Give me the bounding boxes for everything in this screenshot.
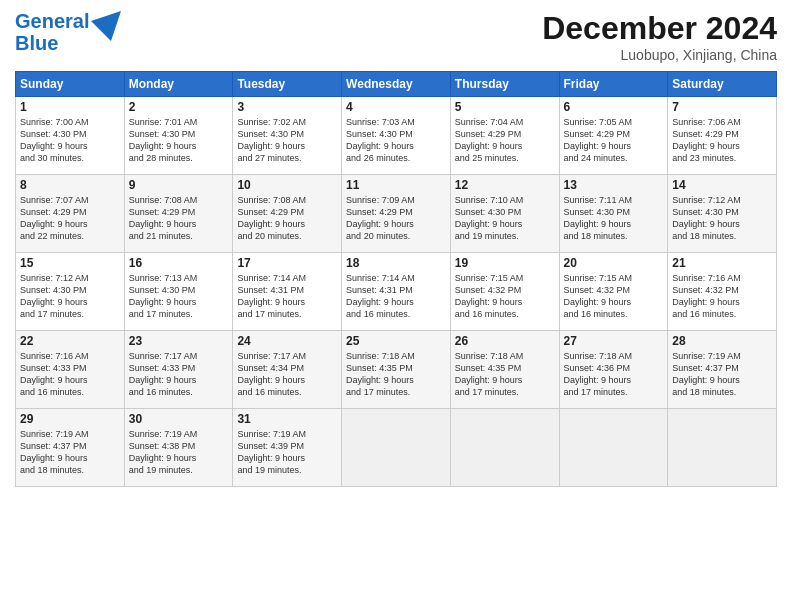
day-number: 28	[672, 334, 772, 348]
calendar-cell: 25Sunrise: 7:18 AM Sunset: 4:35 PM Dayli…	[342, 331, 451, 409]
day-number: 12	[455, 178, 555, 192]
calendar-cell: 15Sunrise: 7:12 AM Sunset: 4:30 PM Dayli…	[16, 253, 125, 331]
calendar-cell: 30Sunrise: 7:19 AM Sunset: 4:38 PM Dayli…	[124, 409, 233, 487]
cell-details: Sunrise: 7:09 AM Sunset: 4:29 PM Dayligh…	[346, 194, 446, 243]
calendar-cell: 3Sunrise: 7:02 AM Sunset: 4:30 PM Daylig…	[233, 97, 342, 175]
calendar-cell	[342, 409, 451, 487]
day-number: 24	[237, 334, 337, 348]
cell-details: Sunrise: 7:03 AM Sunset: 4:30 PM Dayligh…	[346, 116, 446, 165]
day-number: 17	[237, 256, 337, 270]
cell-details: Sunrise: 7:06 AM Sunset: 4:29 PM Dayligh…	[672, 116, 772, 165]
day-number: 23	[129, 334, 229, 348]
calendar-cell	[450, 409, 559, 487]
calendar-cell: 11Sunrise: 7:09 AM Sunset: 4:29 PM Dayli…	[342, 175, 451, 253]
cell-details: Sunrise: 7:15 AM Sunset: 4:32 PM Dayligh…	[564, 272, 664, 321]
cell-details: Sunrise: 7:08 AM Sunset: 4:29 PM Dayligh…	[237, 194, 337, 243]
calendar-cell: 14Sunrise: 7:12 AM Sunset: 4:30 PM Dayli…	[668, 175, 777, 253]
calendar-cell	[559, 409, 668, 487]
day-number: 7	[672, 100, 772, 114]
calendar-cell: 26Sunrise: 7:18 AM Sunset: 4:35 PM Dayli…	[450, 331, 559, 409]
calendar-cell: 24Sunrise: 7:17 AM Sunset: 4:34 PM Dayli…	[233, 331, 342, 409]
day-number: 8	[20, 178, 120, 192]
day-number: 20	[564, 256, 664, 270]
cell-details: Sunrise: 7:17 AM Sunset: 4:33 PM Dayligh…	[129, 350, 229, 399]
header: GeneralBlue December 2024 Luobupo, Xinji…	[15, 10, 777, 63]
calendar-week-row: 1Sunrise: 7:00 AM Sunset: 4:30 PM Daylig…	[16, 97, 777, 175]
day-number: 5	[455, 100, 555, 114]
cell-details: Sunrise: 7:08 AM Sunset: 4:29 PM Dayligh…	[129, 194, 229, 243]
weekday-header: Tuesday	[233, 72, 342, 97]
calendar-cell: 5Sunrise: 7:04 AM Sunset: 4:29 PM Daylig…	[450, 97, 559, 175]
day-number: 2	[129, 100, 229, 114]
calendar-cell: 12Sunrise: 7:10 AM Sunset: 4:30 PM Dayli…	[450, 175, 559, 253]
cell-details: Sunrise: 7:14 AM Sunset: 4:31 PM Dayligh…	[346, 272, 446, 321]
day-number: 11	[346, 178, 446, 192]
cell-details: Sunrise: 7:19 AM Sunset: 4:39 PM Dayligh…	[237, 428, 337, 477]
calendar-cell: 13Sunrise: 7:11 AM Sunset: 4:30 PM Dayli…	[559, 175, 668, 253]
cell-details: Sunrise: 7:02 AM Sunset: 4:30 PM Dayligh…	[237, 116, 337, 165]
calendar-cell: 9Sunrise: 7:08 AM Sunset: 4:29 PM Daylig…	[124, 175, 233, 253]
cell-details: Sunrise: 7:12 AM Sunset: 4:30 PM Dayligh…	[20, 272, 120, 321]
calendar-cell: 20Sunrise: 7:15 AM Sunset: 4:32 PM Dayli…	[559, 253, 668, 331]
calendar-cell: 2Sunrise: 7:01 AM Sunset: 4:30 PM Daylig…	[124, 97, 233, 175]
cell-details: Sunrise: 7:15 AM Sunset: 4:32 PM Dayligh…	[455, 272, 555, 321]
calendar-cell: 29Sunrise: 7:19 AM Sunset: 4:37 PM Dayli…	[16, 409, 125, 487]
calendar-cell: 22Sunrise: 7:16 AM Sunset: 4:33 PM Dayli…	[16, 331, 125, 409]
calendar: SundayMondayTuesdayWednesdayThursdayFrid…	[15, 71, 777, 487]
cell-details: Sunrise: 7:10 AM Sunset: 4:30 PM Dayligh…	[455, 194, 555, 243]
cell-details: Sunrise: 7:13 AM Sunset: 4:30 PM Dayligh…	[129, 272, 229, 321]
cell-details: Sunrise: 7:14 AM Sunset: 4:31 PM Dayligh…	[237, 272, 337, 321]
day-number: 15	[20, 256, 120, 270]
month-title: December 2024	[542, 10, 777, 47]
weekday-header: Sunday	[16, 72, 125, 97]
day-number: 30	[129, 412, 229, 426]
calendar-cell: 27Sunrise: 7:18 AM Sunset: 4:36 PM Dayli…	[559, 331, 668, 409]
day-number: 31	[237, 412, 337, 426]
day-number: 6	[564, 100, 664, 114]
day-number: 18	[346, 256, 446, 270]
calendar-cell: 7Sunrise: 7:06 AM Sunset: 4:29 PM Daylig…	[668, 97, 777, 175]
day-number: 26	[455, 334, 555, 348]
calendar-week-row: 15Sunrise: 7:12 AM Sunset: 4:30 PM Dayli…	[16, 253, 777, 331]
logo-icon	[91, 11, 121, 41]
calendar-week-row: 8Sunrise: 7:07 AM Sunset: 4:29 PM Daylig…	[16, 175, 777, 253]
calendar-cell: 19Sunrise: 7:15 AM Sunset: 4:32 PM Dayli…	[450, 253, 559, 331]
day-number: 19	[455, 256, 555, 270]
location: Luobupo, Xinjiang, China	[542, 47, 777, 63]
calendar-cell: 28Sunrise: 7:19 AM Sunset: 4:37 PM Dayli…	[668, 331, 777, 409]
day-number: 27	[564, 334, 664, 348]
day-number: 13	[564, 178, 664, 192]
calendar-header-row: SundayMondayTuesdayWednesdayThursdayFrid…	[16, 72, 777, 97]
cell-details: Sunrise: 7:18 AM Sunset: 4:36 PM Dayligh…	[564, 350, 664, 399]
weekday-header: Friday	[559, 72, 668, 97]
cell-details: Sunrise: 7:19 AM Sunset: 4:37 PM Dayligh…	[20, 428, 120, 477]
cell-details: Sunrise: 7:19 AM Sunset: 4:38 PM Dayligh…	[129, 428, 229, 477]
cell-details: Sunrise: 7:19 AM Sunset: 4:37 PM Dayligh…	[672, 350, 772, 399]
calendar-week-row: 22Sunrise: 7:16 AM Sunset: 4:33 PM Dayli…	[16, 331, 777, 409]
day-number: 10	[237, 178, 337, 192]
calendar-week-row: 29Sunrise: 7:19 AM Sunset: 4:37 PM Dayli…	[16, 409, 777, 487]
weekday-header: Monday	[124, 72, 233, 97]
title-block: December 2024 Luobupo, Xinjiang, China	[542, 10, 777, 63]
calendar-cell: 6Sunrise: 7:05 AM Sunset: 4:29 PM Daylig…	[559, 97, 668, 175]
day-number: 29	[20, 412, 120, 426]
cell-details: Sunrise: 7:16 AM Sunset: 4:33 PM Dayligh…	[20, 350, 120, 399]
calendar-cell: 10Sunrise: 7:08 AM Sunset: 4:29 PM Dayli…	[233, 175, 342, 253]
day-number: 4	[346, 100, 446, 114]
cell-details: Sunrise: 7:12 AM Sunset: 4:30 PM Dayligh…	[672, 194, 772, 243]
cell-details: Sunrise: 7:01 AM Sunset: 4:30 PM Dayligh…	[129, 116, 229, 165]
calendar-cell: 1Sunrise: 7:00 AM Sunset: 4:30 PM Daylig…	[16, 97, 125, 175]
cell-details: Sunrise: 7:18 AM Sunset: 4:35 PM Dayligh…	[455, 350, 555, 399]
calendar-cell: 21Sunrise: 7:16 AM Sunset: 4:32 PM Dayli…	[668, 253, 777, 331]
calendar-cell: 17Sunrise: 7:14 AM Sunset: 4:31 PM Dayli…	[233, 253, 342, 331]
cell-details: Sunrise: 7:11 AM Sunset: 4:30 PM Dayligh…	[564, 194, 664, 243]
day-number: 9	[129, 178, 229, 192]
svg-marker-0	[91, 11, 121, 41]
day-number: 25	[346, 334, 446, 348]
day-number: 14	[672, 178, 772, 192]
calendar-cell: 31Sunrise: 7:19 AM Sunset: 4:39 PM Dayli…	[233, 409, 342, 487]
calendar-cell: 8Sunrise: 7:07 AM Sunset: 4:29 PM Daylig…	[16, 175, 125, 253]
cell-details: Sunrise: 7:07 AM Sunset: 4:29 PM Dayligh…	[20, 194, 120, 243]
calendar-cell: 18Sunrise: 7:14 AM Sunset: 4:31 PM Dayli…	[342, 253, 451, 331]
page: GeneralBlue December 2024 Luobupo, Xinji…	[0, 0, 792, 612]
